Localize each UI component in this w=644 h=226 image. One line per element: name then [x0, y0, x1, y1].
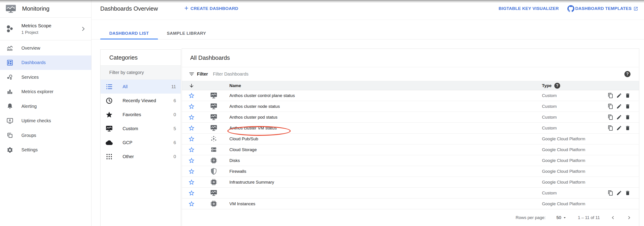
category-count: 6	[174, 98, 176, 103]
dashboard-name[interactable]: Cloud Pub/Sub	[230, 136, 258, 141]
copy-icon[interactable]	[608, 104, 613, 109]
favorite-star-icon[interactable]	[188, 92, 195, 99]
metrics-scope-section[interactable]: Metrics Scope 1 Project	[0, 18, 91, 40]
previous-page-icon[interactable]	[610, 214, 616, 221]
table-row[interactable]: Anthos cluster node statusCustom	[182, 101, 639, 112]
edit-icon[interactable]	[616, 190, 622, 196]
bigtable-key-visualizer-link[interactable]: BIGTABLE KEY VISUALIZER	[499, 6, 559, 11]
edit-icon[interactable]	[616, 114, 622, 120]
table-row[interactable]: DisksGoogle Cloud Platform	[182, 155, 639, 166]
sort-descending-icon[interactable]	[189, 83, 194, 88]
table-row[interactable]: Infrastructure SummaryGoogle Cloud Platf…	[182, 177, 639, 188]
category-list: All11Recently Viewed6Favorites0Custom5GC…	[100, 80, 181, 163]
edit-icon[interactable]	[616, 125, 622, 131]
external-link-icon	[632, 6, 638, 11]
category-item-gcp[interactable]: GCP6	[100, 136, 181, 149]
dashboard-type: Custom	[542, 191, 606, 195]
dashboard-name[interactable]: Firewalls	[230, 169, 246, 174]
copy-icon[interactable]	[608, 190, 613, 196]
pagination-bar: Rows per page: 50 1 – 11 of 11	[182, 209, 639, 226]
sidebar-item-label: Dashboards	[22, 60, 46, 65]
delete-icon[interactable]	[625, 104, 630, 109]
sidebar-item-label: Groups	[22, 133, 36, 138]
sidebar-item-services[interactable]: Services	[0, 70, 91, 85]
copy-icon[interactable]	[608, 125, 613, 131]
type-help-icon[interactable]: ?	[554, 83, 560, 89]
dashboard-name[interactable]: Infrastructure Summary	[230, 180, 274, 185]
favorite-star-icon[interactable]	[188, 136, 195, 142]
filter-dashboards-input[interactable]	[213, 72, 624, 77]
favorite-star-icon[interactable]	[188, 146, 195, 153]
dashboard-name[interactable]: Anthos cluster node status	[230, 104, 280, 109]
tab-sample-library-label: SAMPLE LIBRARY	[167, 31, 206, 36]
table-row[interactable]: Anthos cluster control plane statusCusto…	[182, 90, 639, 101]
sidebar-item-uptime-checks[interactable]: Uptime checks	[0, 114, 91, 128]
chip-icon	[210, 179, 217, 186]
table-row[interactable]: Custom	[182, 188, 639, 198]
table-row[interactable]: Cloud Pub/SubGoogle Cloud Platform	[182, 134, 639, 144]
favorite-star-icon[interactable]	[188, 190, 195, 196]
dashboard-name[interactable]: Disks	[230, 158, 240, 163]
category-item-other[interactable]: Other0	[100, 149, 181, 163]
favorite-star-icon[interactable]	[188, 125, 195, 131]
next-page-icon[interactable]	[626, 214, 632, 221]
sidebar: Monitoring Metrics Scope 1 Project Overv…	[0, 0, 92, 226]
favorite-star-icon[interactable]	[188, 157, 195, 164]
delete-icon[interactable]	[625, 114, 630, 120]
tab-sample-library[interactable]: SAMPLE LIBRARY	[158, 28, 215, 39]
dashboard-name[interactable]: VM Instances	[230, 201, 255, 206]
copy-icon[interactable]	[608, 114, 613, 120]
dashboard-type: Custom	[542, 93, 606, 98]
table-row[interactable]: FirewallsGoogle Cloud Platform	[182, 166, 639, 177]
filter-help-icon[interactable]: ?	[624, 71, 630, 77]
delete-icon[interactable]	[625, 125, 630, 131]
sidebar-item-alerting[interactable]: Alerting	[0, 99, 91, 114]
favorite-star-icon[interactable]	[188, 179, 195, 186]
custom-dashboard-icon	[210, 92, 217, 99]
favorite-star-icon[interactable]	[188, 200, 195, 207]
tab-dashboard-list[interactable]: DASHBOARD LIST	[100, 28, 158, 39]
uptime-checks-icon	[6, 118, 13, 124]
delete-icon[interactable]	[625, 190, 630, 196]
edit-icon[interactable]	[616, 104, 622, 109]
dashboard-name[interactable]: Anthos cluster VM status	[230, 126, 277, 131]
create-dashboard-button[interactable]: + CREATE DASHBOARD	[184, 0, 238, 17]
sidebar-item-groups[interactable]: Groups	[0, 128, 91, 143]
table-row[interactable]: VM InstancesGoogle Cloud Platform	[182, 198, 639, 209]
favorite-star-icon[interactable]	[188, 103, 195, 110]
chevron-right-icon[interactable]	[80, 26, 86, 32]
sidebar-item-dashboards[interactable]: Dashboards	[0, 56, 91, 70]
category-item-recently-viewed[interactable]: Recently Viewed6	[100, 94, 181, 108]
column-header-type[interactable]: Type	[542, 83, 552, 88]
category-filter-input[interactable]	[109, 70, 176, 75]
category-item-custom[interactable]: Custom5	[100, 122, 181, 136]
dashboard-name[interactable]: Cloud Storage	[230, 147, 257, 152]
dashboard-name[interactable]: Anthos cluster control plane status	[230, 93, 295, 98]
dashboard-name[interactable]: Anthos cluster pod status	[230, 115, 278, 120]
favorite-star-icon[interactable]	[188, 168, 195, 175]
dashboard-type: Google Cloud Platform	[542, 180, 606, 185]
app-title: Monitoring	[22, 5, 49, 12]
category-label: All	[122, 84, 128, 89]
dashboard-templates-link[interactable]: DASHBOARD TEMPLATES	[568, 5, 638, 12]
category-item-favorites[interactable]: Favorites0	[100, 108, 181, 122]
shield-icon	[210, 168, 217, 175]
favorite-star-icon[interactable]	[188, 114, 195, 121]
metrics-scope-subtitle: 1 Project	[22, 30, 52, 35]
dashboard-type: Google Cloud Platform	[542, 136, 606, 141]
category-label: Recently Viewed	[122, 98, 156, 103]
sidebar-item-metrics-explorer[interactable]: Metrics explorer	[0, 85, 91, 99]
category-item-all[interactable]: All11	[100, 80, 181, 94]
column-header-name[interactable]: Name	[226, 83, 542, 88]
delete-icon[interactable]	[625, 93, 630, 98]
table-row[interactable]: Cloud StorageGoogle Cloud Platform	[182, 144, 639, 155]
sidebar-item-settings[interactable]: Settings	[0, 143, 91, 157]
rows-per-page-select[interactable]: 50	[556, 215, 567, 220]
table-row[interactable]: Anthos cluster pod statusCustom	[182, 112, 639, 123]
copy-icon[interactable]	[608, 93, 613, 98]
table-row[interactable]: Anthos cluster VM statusCustom	[182, 123, 639, 134]
edit-icon[interactable]	[616, 93, 622, 98]
cloud-icon	[106, 139, 113, 146]
page-title: Dashboards Overview	[100, 0, 158, 17]
sidebar-item-overview[interactable]: Overview	[0, 41, 91, 56]
